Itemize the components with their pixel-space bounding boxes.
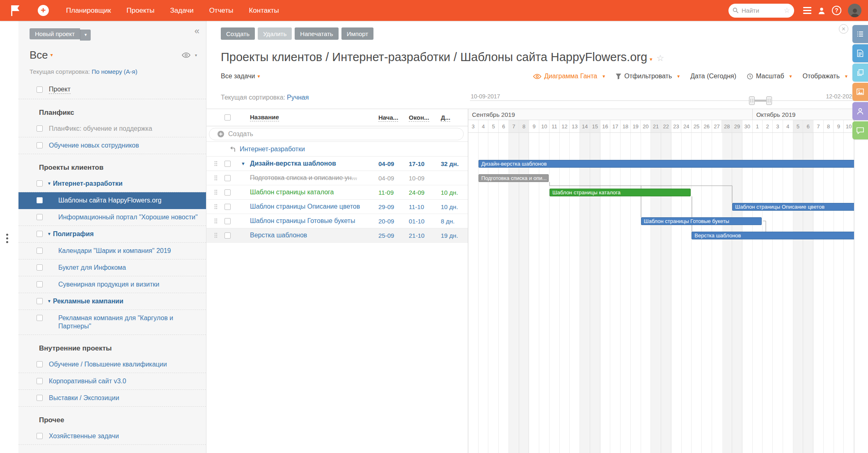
sidebar-item[interactable]: Выставки / Экспозиции [18, 390, 206, 407]
sidebar-item[interactable]: ▼Интернет-разработки [18, 175, 206, 192]
item-checkbox[interactable] [37, 180, 43, 187]
filter-title[interactable]: Все [30, 49, 48, 61]
drag-handle-icon[interactable] [211, 218, 221, 224]
task-name[interactable]: Шаблон страницы Описание цветов [237, 203, 378, 210]
item-checkbox[interactable] [37, 298, 43, 304]
task-checkbox[interactable] [224, 175, 231, 181]
task-row[interactable]: Шаблон страницы Готовые букеты20-0901-10… [206, 214, 468, 228]
panel-tab-1[interactable] [852, 25, 868, 43]
select-all-checkbox[interactable] [224, 114, 231, 121]
search-star-icon[interactable]: ☆ [784, 6, 790, 15]
avatar[interactable] [848, 4, 861, 17]
sidebar-item[interactable]: Буклет для Инфокома [18, 260, 206, 276]
sidebar-item[interactable]: ПланФикс: обучение и поддержка [18, 121, 206, 137]
display-button[interactable]: Отображать▾ [803, 73, 847, 80]
new-project-dropdown[interactable]: ▼ [80, 30, 91, 41]
create-task-field[interactable]: Создать [209, 128, 464, 140]
item-checkbox[interactable] [37, 125, 43, 132]
task-checkbox[interactable] [224, 218, 231, 224]
item-checkbox[interactable] [37, 264, 43, 271]
item-checkbox[interactable] [37, 378, 43, 384]
item-checkbox[interactable] [37, 197, 43, 203]
filter-caret-icon[interactable]: ▾ [50, 52, 53, 58]
task-row[interactable]: ▼Дизайн-верстка шаблонов04-0917-1032 дн. [206, 157, 468, 171]
task-name[interactable]: Подготовка списка и описание ун... [237, 174, 378, 182]
drag-handle-icon[interactable] [211, 161, 221, 166]
task-row[interactable]: Подготовка списка и описание ун...04-091… [206, 171, 468, 185]
gantt-bar[interactable]: Дизайн-верстка шаблонов [479, 160, 854, 168]
sort-value-link[interactable]: Ручная [287, 94, 309, 101]
column-header-name[interactable]: Название [237, 114, 378, 121]
panel-tab-2[interactable] [852, 44, 868, 62]
item-checkbox[interactable] [37, 231, 43, 237]
sidebar-item[interactable]: Корпоративный сайт v3.0 [18, 373, 206, 390]
sidebar-item[interactable]: Хозяйственные задачи [18, 428, 206, 445]
sidebar-item[interactable]: Сувенирная продукция и визитки [18, 276, 206, 293]
item-checkbox[interactable] [37, 433, 43, 439]
project-column-header[interactable]: Проект [18, 81, 206, 99]
delete-button[interactable]: Удалить [258, 27, 292, 40]
scale-button[interactable]: Масштаб▾ [747, 73, 792, 80]
sidebar-item[interactable]: Шаблоны сайта HappyFlowers.org [18, 192, 206, 209]
gantt-bar[interactable]: Подготовка списка и опи... [479, 174, 549, 182]
search-box[interactable]: Найти ☆ [728, 4, 794, 18]
item-checkbox[interactable] [37, 142, 43, 148]
sidebar-item[interactable]: Обучение / Повышение квалификации [18, 356, 206, 373]
help-icon[interactable]: ? [832, 6, 841, 15]
drag-handle-icon[interactable] [211, 204, 221, 209]
task-name[interactable]: ▼Дизайн-верстка шаблонов [237, 160, 378, 167]
group-caret-icon[interactable]: ▼ [47, 299, 51, 303]
nav-item[interactable]: Задачи [170, 7, 194, 15]
column-header[interactable]: Д... [441, 114, 468, 121]
column-header[interactable]: Окон... [409, 114, 441, 121]
gantt-bar[interactable]: Верстка шаблонов [692, 232, 854, 239]
gantt-chart[interactable]: Сентябрь 2019Октябрь 2019 34567891011121… [468, 109, 854, 453]
sidebar-item[interactable]: ▼Полиграфия [18, 226, 206, 243]
range-handle-right[interactable] [766, 96, 772, 105]
task-name[interactable]: Шаблон страницы Готовые букеты [237, 217, 378, 225]
range-track[interactable] [470, 100, 856, 101]
inline-create-row[interactable]: Создать [206, 126, 468, 142]
import-button[interactable]: Импорт [341, 27, 373, 40]
group-caret-icon[interactable]: ▼ [47, 232, 51, 236]
item-checkbox[interactable] [37, 214, 43, 220]
nav-item[interactable]: Планировщик [66, 7, 111, 15]
favorite-star-icon[interactable]: ☆ [657, 53, 664, 63]
nav-item[interactable]: Контакты [249, 7, 279, 15]
timeline-range-slider[interactable]: 10-09-2017 12-02-2020 [470, 90, 856, 109]
gantt-view-toggle[interactable]: Диаграмма Ганта▾ [533, 73, 605, 80]
tasks-filter[interactable]: Все задачи▾ [221, 73, 260, 80]
planfix-logo[interactable] [8, 4, 22, 18]
title-caret-icon[interactable]: ▾ [650, 56, 653, 62]
gantt-bar[interactable]: Шаблон страницы Готовые букеты [641, 217, 762, 225]
date-button[interactable]: Дата (Сегодня) [690, 73, 736, 80]
user-icon[interactable] [818, 7, 825, 14]
panel-tab-5[interactable] [852, 102, 868, 120]
gantt-bar[interactable]: Шаблон страницы каталога [550, 189, 691, 196]
create-button[interactable]: Создать [221, 27, 255, 40]
print-button[interactable]: Напечатать [295, 27, 338, 40]
task-name[interactable]: Шаблон страницы каталога [237, 189, 378, 196]
task-name[interactable]: Верстка шаблонов [237, 232, 378, 239]
sort-value-link[interactable]: По номеру (А-я) [92, 68, 137, 75]
panel-tab-4[interactable] [852, 83, 868, 101]
close-icon[interactable]: × [839, 24, 848, 34]
group-caret-icon[interactable]: ▼ [47, 181, 51, 186]
task-row[interactable]: Шаблон страницы Описание цветов29-0911-1… [206, 200, 468, 214]
item-checkbox[interactable] [37, 361, 43, 367]
sidebar-item[interactable]: Информационный портал "Хорошие новости" [18, 209, 206, 226]
sidebar-item[interactable]: Обучение новых сотрудников [18, 137, 206, 154]
task-checkbox[interactable] [224, 204, 231, 210]
item-checkbox[interactable] [37, 315, 43, 321]
item-checkbox[interactable] [37, 281, 43, 287]
task-checkbox[interactable] [224, 161, 231, 167]
task-checkbox[interactable] [224, 232, 231, 239]
panel-tab-3[interactable] [852, 64, 868, 82]
quick-add-button[interactable]: + [38, 5, 49, 16]
task-row[interactable]: Верстка шаблонов25-0921-1019 дн. [206, 228, 468, 243]
parent-project-row[interactable]: Интернет-разработки [206, 142, 468, 157]
menu-icon[interactable] [803, 7, 811, 14]
drag-handle-icon[interactable] [211, 232, 221, 238]
drag-handle-icon[interactable] [211, 189, 221, 195]
nav-item[interactable]: Проекты [126, 7, 154, 15]
